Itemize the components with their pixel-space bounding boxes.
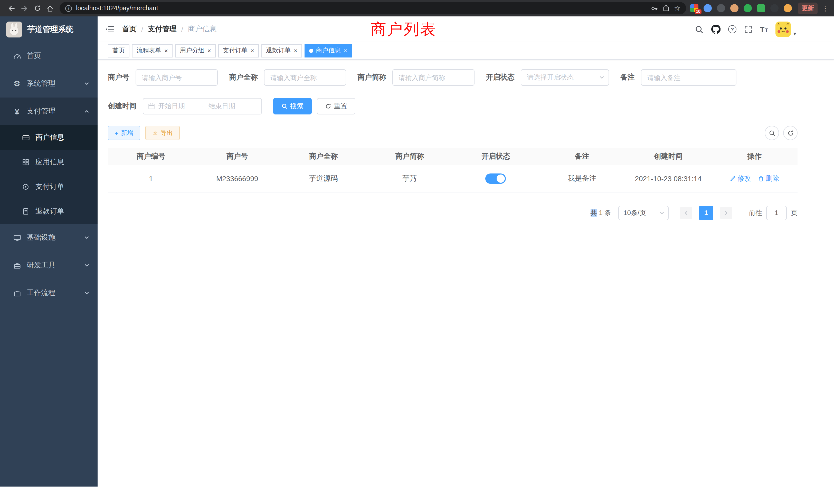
total-count: 1 [599, 209, 602, 216]
help-icon[interactable]: ? [728, 25, 737, 33]
edit-link[interactable]: 修改 [730, 174, 751, 183]
current-page-button[interactable]: 1 [699, 206, 713, 220]
search-icon[interactable] [695, 25, 704, 33]
browser-reload-button[interactable] [31, 2, 44, 15]
delete-link[interactable]: 删除 [758, 174, 779, 183]
tab-bar: 首页 流程表单× 用户分组× 支付订单× 退款订单× 商户信息× [97, 42, 834, 60]
user-menu[interactable]: ▼ [775, 22, 797, 37]
sidebar-collapse-button[interactable] [105, 26, 117, 33]
briefcase-icon [11, 289, 23, 297]
merchant-no-input[interactable] [136, 69, 218, 86]
breadcrumb-payment[interactable]: 支付管理 [148, 25, 177, 34]
toolbox-icon [11, 261, 23, 269]
page-size-select[interactable]: 10条/页 [618, 206, 668, 220]
status-select-placeholder: 请选择开启状态 [527, 73, 574, 82]
export-button[interactable]: 导出 [145, 126, 179, 140]
breadcrumb-home[interactable]: 首页 [122, 25, 137, 34]
date-range-picker[interactable]: 开始日期 - 结束日期 [143, 98, 262, 114]
remark-input[interactable] [641, 69, 737, 86]
tab-merchant-info[interactable]: 商户信息× [305, 44, 352, 57]
sidebar-item-home[interactable]: 首页 [0, 42, 97, 70]
tab-process-form[interactable]: 流程表单× [132, 44, 173, 57]
download-icon [152, 130, 158, 136]
search-button[interactable]: 搜索 [273, 98, 312, 114]
tab-home[interactable]: 首页 [108, 44, 129, 57]
table-header-row: 商户编号 商户号 商户全称 商户简称 开启状态 备注 创建时间 操作 [108, 148, 797, 165]
close-icon[interactable]: × [344, 47, 347, 54]
sidebar-item-workflow[interactable]: 工作流程 [0, 279, 97, 307]
prev-page-button[interactable] [680, 207, 692, 219]
close-icon[interactable]: × [250, 47, 254, 54]
sidebar-item-dev-tools[interactable]: 研发工具 [0, 251, 97, 279]
end-date-placeholder[interactable]: 结束日期 [208, 101, 246, 111]
address-bar[interactable]: i localhost:1024/pay/merchant ☆ [60, 2, 686, 14]
table-row: 1 M233666999 芋道源码 芋艿 我是备注 2021-10-23 08:… [108, 165, 797, 192]
status-select[interactable]: 请选择开启状态 [521, 69, 609, 86]
toggle-knob [497, 174, 505, 182]
date-separator: - [199, 102, 205, 110]
sidebar-item-infra[interactable]: 基础设施 [0, 224, 97, 251]
chevron-down-icon: ▼ [792, 31, 797, 37]
sidebar-item-refund-order[interactable]: 退款订单 [0, 199, 97, 224]
browser-update-button[interactable]: 更新 [798, 2, 817, 14]
payment-submenu: 商户信息 应用信息 支付订单 [0, 125, 97, 224]
extension-icon[interactable]: 10 [690, 4, 698, 12]
fullscreen-icon[interactable] [744, 25, 752, 33]
tab-pay-order[interactable]: 支付订单× [218, 44, 259, 57]
total-unit: 条 [605, 209, 611, 216]
sidebar-item-merchant-info[interactable]: 商户信息 [0, 125, 97, 150]
tab-label: 支付订单 [223, 46, 247, 55]
goto-suffix: 页 [791, 208, 797, 217]
browser-menu-button[interactable]: ⋮ [822, 4, 829, 12]
pagination: 共 1 条 10条/页 1 [108, 206, 797, 220]
sidebar-item-label: 系统管理 [27, 79, 56, 88]
sidebar-item-label: 工作流程 [27, 289, 56, 298]
url-text[interactable]: localhost:1024/pay/merchant [76, 5, 158, 12]
table-tools [765, 126, 797, 140]
merchant-full-name-input[interactable] [264, 69, 346, 86]
extension-icon[interactable] [717, 4, 725, 12]
close-icon[interactable]: × [294, 47, 297, 54]
github-icon[interactable] [711, 25, 721, 34]
extension-icon[interactable] [770, 4, 778, 12]
status-toggle[interactable] [486, 173, 506, 183]
chevron-up-icon [84, 109, 89, 114]
browser-home-button[interactable] [44, 2, 57, 15]
sidebar-menu: 首页 ⚙ 系统管理 ¥ 支付管理 [0, 42, 97, 307]
extension-icon[interactable] [704, 4, 712, 12]
sidebar-item-system[interactable]: ⚙ 系统管理 [0, 70, 97, 97]
target-icon [20, 183, 32, 190]
tab-refund-order[interactable]: 退款订单× [261, 44, 302, 57]
site-info-icon[interactable]: i [65, 5, 72, 12]
app-logo[interactable]: 芋道管理系统 [0, 17, 97, 42]
share-icon[interactable] [663, 5, 670, 12]
sidebar-item-pay-order[interactable]: 支付订单 [0, 175, 97, 199]
start-date-placeholder[interactable]: 开始日期 [158, 101, 196, 111]
extension-icon[interactable] [744, 4, 752, 12]
toggle-search-button[interactable] [765, 126, 779, 140]
close-icon[interactable]: × [207, 47, 211, 54]
edit-link-label: 修改 [738, 174, 751, 183]
refresh-table-button[interactable] [783, 126, 797, 140]
merchant-short-name-input[interactable] [392, 69, 475, 86]
sidebar-item-payment[interactable]: ¥ 支付管理 [0, 97, 97, 125]
reset-button[interactable]: 重置 [317, 98, 355, 114]
font-size-icon[interactable]: TT [760, 25, 768, 33]
dashboard-icon [11, 52, 23, 60]
sidebar-item-label: 退款订单 [36, 207, 64, 216]
add-button[interactable]: + 新增 [108, 126, 140, 140]
password-key-icon[interactable] [651, 4, 659, 12]
goto-page-input[interactable] [766, 206, 787, 220]
extension-icon[interactable] [757, 4, 765, 12]
navbar-actions: ? TT [695, 22, 797, 37]
sidebar-item-app-info[interactable]: 应用信息 [0, 150, 97, 175]
browser-back-button[interactable] [5, 2, 18, 15]
extension-icon[interactable] [784, 4, 792, 12]
tab-user-group[interactable]: 用户分组× [175, 44, 216, 57]
tab-label: 退款订单 [266, 46, 291, 55]
close-icon[interactable]: × [164, 47, 168, 54]
bookmark-star-icon[interactable]: ☆ [674, 5, 680, 12]
browser-forward-button[interactable] [18, 2, 31, 15]
extension-icon[interactable] [730, 4, 739, 12]
next-page-button[interactable] [720, 207, 732, 219]
